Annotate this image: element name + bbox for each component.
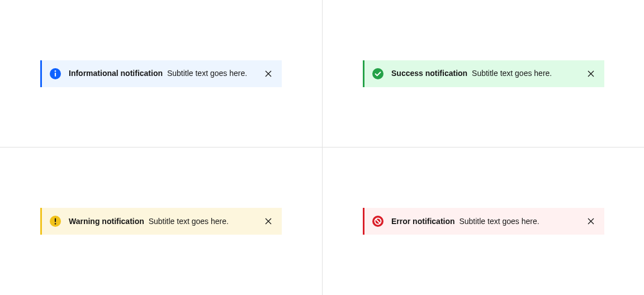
error-icon [364, 208, 391, 235]
success-icon [364, 60, 391, 87]
close-icon [586, 217, 595, 226]
notification-subtitle: Subtitle text goes here. [472, 69, 552, 78]
svg-point-6 [55, 223, 56, 225]
warning-icon [42, 208, 69, 235]
notification-error: Error notification Subtitle text goes he… [363, 208, 604, 235]
notification-text: Informational notification Subtitle text… [69, 68, 255, 78]
svg-rect-1 [55, 73, 56, 77]
notification-success: Success notification Subtitle text goes … [363, 60, 604, 87]
close-icon [586, 69, 595, 78]
notification-text: Error notification Subtitle text goes he… [391, 216, 577, 226]
close-button[interactable] [255, 208, 282, 235]
close-button[interactable] [255, 60, 282, 87]
notification-subtitle: Subtitle text goes here. [459, 217, 539, 226]
svg-rect-5 [55, 218, 56, 222]
notification-title: Success notification [391, 69, 467, 78]
notification-text: Warning notification Subtitle text goes … [69, 216, 255, 226]
close-icon [264, 217, 273, 226]
notification-title: Error notification [391, 217, 455, 226]
notification-warning: Warning notification Subtitle text goes … [40, 208, 282, 235]
svg-point-2 [55, 70, 56, 72]
close-icon [264, 69, 273, 78]
notification-title: Warning notification [69, 217, 144, 226]
close-button[interactable] [577, 60, 604, 87]
notification-info: Informational notification Subtitle text… [40, 60, 282, 87]
notification-title: Informational notification [69, 69, 163, 78]
notification-text: Success notification Subtitle text goes … [391, 68, 577, 78]
notification-subtitle: Subtitle text goes here. [149, 217, 229, 226]
notification-subtitle: Subtitle text goes here. [167, 69, 247, 78]
info-icon [42, 60, 69, 87]
close-button[interactable] [577, 208, 604, 235]
svg-point-3 [372, 68, 383, 79]
